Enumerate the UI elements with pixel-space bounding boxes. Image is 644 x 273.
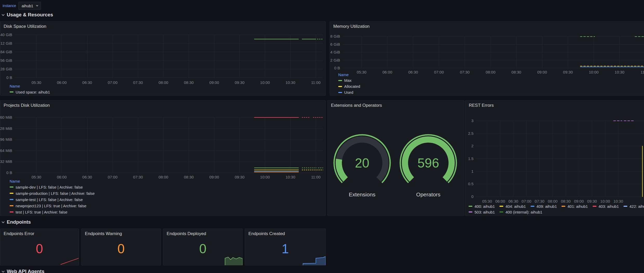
svg-text:09:30: 09:30: [587, 199, 597, 203]
svg-text:596: 596: [417, 156, 439, 170]
legend-name-header[interactable]: Name: [10, 84, 50, 89]
legend-name-header[interactable]: Name: [10, 179, 95, 184]
panel-rest-errors: REST Errors 05:3006:0006:3007:0007:3008:…: [465, 100, 644, 216]
section-endpoints[interactable]: Endpoints: [2, 219, 31, 225]
panel-title[interactable]: Endpoints Warning: [85, 231, 122, 236]
stat-value: 1: [245, 242, 326, 255]
legend-item[interactable]: 409: aihub1: [531, 203, 557, 209]
legend-item-label: sample-production | LFS: false | Archive…: [16, 191, 95, 196]
legend-item[interactable]: Max: [338, 77, 360, 83]
legend-item[interactable]: sample-production | LFS: false | Archive…: [10, 190, 95, 196]
svg-text:160 MiB: 160 MiB: [0, 115, 12, 119]
svg-text:05:30: 05:30: [31, 175, 41, 179]
panel-title[interactable]: Endpoints Deployed: [167, 231, 206, 236]
panel-title[interactable]: Endpoints Created: [248, 231, 285, 236]
variable-bar: instance aihub1: [0, 0, 644, 11]
legend-item[interactable]: 503: aihub1: [469, 209, 495, 215]
legend-item[interactable]: sample-test | LFS: false | Archive: fals…: [10, 196, 95, 203]
svg-text:05:30: 05:30: [482, 199, 492, 203]
legend-item[interactable]: 400 (internal): aihub1: [499, 209, 542, 215]
gauge-label: Extensions: [331, 191, 393, 198]
panel-endpoints-warning: Endpoints Warning 0: [81, 229, 161, 265]
svg-text:08:00: 08:00: [548, 199, 558, 203]
svg-text:09:30: 09:30: [235, 175, 245, 179]
legend-item[interactable]: sample-dev | LFS: false | Archive: false: [10, 184, 95, 190]
series-color-swatch: [499, 206, 503, 207]
legend-item-label: 401: aihub1: [567, 204, 588, 209]
chevron-down-icon: [2, 220, 4, 223]
legend-item-label: 422: aihub1: [629, 204, 644, 209]
legend-item-label: sample-dev | LFS: false | Archive: false: [16, 185, 83, 189]
legend-item-label: 503: aihub1: [474, 210, 495, 214]
series-color-swatch: [469, 211, 472, 212]
svg-text:2: 2: [471, 144, 473, 148]
panel-title[interactable]: Memory Utilization: [333, 24, 370, 29]
rest-errors-chart[interactable]: 05:3006:0006:3007:0007:3008:0008:3009:00…: [465, 101, 644, 216]
svg-text:06:00: 06:00: [57, 80, 67, 85]
svg-text:09:00: 09:00: [209, 175, 219, 179]
svg-text:10:30: 10:30: [286, 175, 295, 179]
svg-text:96 MiB: 96 MiB: [0, 137, 12, 142]
svg-text:10:00: 10:00: [600, 199, 610, 203]
section-usage-resources[interactable]: Usage & Resources: [2, 12, 53, 18]
panel-title[interactable]: Projects Disk Utilization: [4, 103, 50, 108]
svg-text:128 GiB: 128 GiB: [0, 67, 12, 71]
panel-title[interactable]: Endpoints Error: [4, 231, 34, 236]
grafana-dashboard: instance aihub1 Usage & Resources Disk S…: [0, 0, 644, 273]
svg-text:256 GiB: 256 GiB: [0, 58, 12, 63]
legend-item[interactable]: 400: aihub1: [469, 203, 495, 209]
svg-text:11:00: 11:00: [311, 175, 320, 179]
svg-text:08:30: 08:30: [184, 175, 194, 179]
legend-item[interactable]: Used: [338, 89, 360, 95]
svg-text:6 GiB: 6 GiB: [330, 42, 340, 46]
svg-text:0 B: 0 B: [334, 66, 340, 70]
legend-name-header[interactable]: Name: [338, 72, 360, 77]
legend-item-label: Used space: aihub1: [16, 90, 50, 94]
svg-text:07:00: 07:00: [108, 175, 118, 179]
legend-item[interactable]: test | LFS: true | Archive: false: [10, 209, 95, 215]
series-color-swatch: [561, 206, 565, 207]
legend-item[interactable]: 403: aihub1: [593, 203, 619, 209]
gauge-arc: 20: [331, 131, 393, 191]
svg-text:07:00: 07:00: [108, 80, 118, 85]
svg-text:1.5: 1.5: [468, 156, 473, 161]
legend-item-label: 403: aihub1: [599, 204, 619, 209]
svg-text:08:30: 08:30: [511, 70, 521, 74]
svg-text:06:30: 06:30: [82, 80, 92, 85]
disk-legend: NameUsed space: aihub1: [10, 84, 50, 95]
legend-item[interactable]: Used space: aihub1: [10, 89, 50, 95]
legend-item-label: 409: aihub1: [537, 204, 557, 209]
svg-text:06:30: 06:30: [408, 70, 418, 74]
panel-title[interactable]: REST Errors: [469, 103, 494, 108]
panel-extensions-operators: Extensions and Operators 20 Extensions 5…: [327, 100, 464, 216]
legend-item[interactable]: 422: aihub1: [623, 203, 644, 209]
svg-text:09:00: 09:00: [574, 199, 584, 203]
legend-item[interactable]: Allocated: [338, 83, 360, 89]
legend-item[interactable]: 404: aihub1: [499, 203, 526, 209]
legend-item[interactable]: 401: aihub1: [561, 203, 588, 209]
legend-item[interactable]: newproject123 | LFS: true | Archive: fal…: [10, 203, 95, 209]
instance-variable-dropdown[interactable]: aihub1: [18, 2, 41, 10]
series-color-swatch: [469, 206, 472, 207]
panel-title[interactable]: Extensions and Operators: [331, 103, 382, 108]
svg-text:07:30: 07:30: [133, 80, 143, 85]
svg-text:07:00: 07:00: [434, 70, 444, 74]
svg-text:06:30: 06:30: [509, 199, 518, 203]
svg-text:07:30: 07:30: [535, 199, 545, 203]
svg-text:06:30: 06:30: [82, 175, 92, 179]
svg-text:3: 3: [471, 118, 473, 123]
memory-legend: NameMaxAllocatedUsed: [338, 72, 360, 95]
svg-text:11:00: 11:00: [311, 80, 320, 85]
svg-text:08:00: 08:00: [486, 70, 496, 74]
svg-text:08:00: 08:00: [159, 175, 168, 179]
panel-title[interactable]: Disk Space Utilization: [4, 24, 46, 29]
stat-value: 0: [82, 242, 161, 255]
memory-chart[interactable]: 05:3006:0006:3007:0007:3008:0008:3009:00…: [330, 22, 644, 95]
svg-text:64 MiB: 64 MiB: [0, 148, 12, 153]
section-web-api-agents[interactable]: Web API Agents: [2, 269, 44, 273]
panel-memory-utilization: Memory Utilization 05:3006:0006:3007:000…: [330, 21, 644, 96]
legend-item-label: 400: aihub1: [474, 204, 495, 209]
variable-label: instance: [3, 4, 16, 8]
chevron-down-icon: [2, 270, 4, 272]
legend-item-label: Used: [344, 90, 353, 95]
